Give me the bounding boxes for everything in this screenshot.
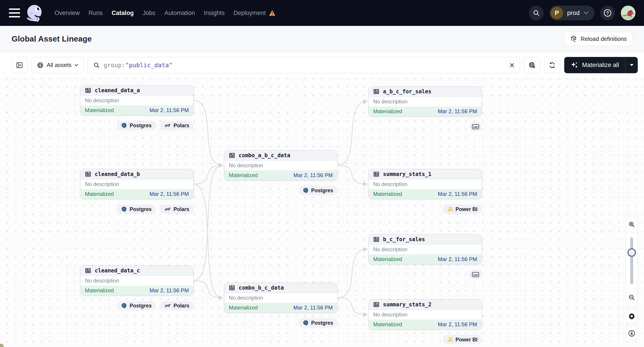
asset-node-cleaned_data_c[interactable]: cleaned_data_cNo descriptionMaterialized… [80,266,194,296]
menu-icon[interactable] [9,8,20,17]
asset-tags-combo_a_b_c_data: Postgres [224,186,338,195]
asset-node-header[interactable]: summary_stats_2 [369,300,482,310]
postgres-icon [121,303,127,309]
fit-graph-button[interactable] [524,57,540,73]
zoom-in-button[interactable] [626,216,638,233]
asset-node-header[interactable]: cleaned_data_b [80,169,193,179]
tag-label: Postgres [130,303,152,309]
asset-description: No description [224,293,337,303]
tag-postgres[interactable]: Postgres [117,301,156,310]
asset-materialization-timestamp[interactable]: Mar 2, 11:56 PM [438,108,477,115]
nav-item-overview[interactable]: Overview [54,9,80,16]
asset-tags-cleaned_data_b: PostgresPolars [80,205,194,214]
nav-item-catalog[interactable]: Catalog [112,9,134,16]
asset-status-row: MaterializedMar 2, 11:56 PM [369,320,482,329]
nav-item-deployment[interactable]: Deployment [234,9,276,16]
environment-switcher[interactable]: P prod [550,5,594,20]
tag-postgres[interactable]: Postgres [298,318,338,328]
tag-postgres[interactable]: Postgres [117,205,156,214]
top-nav: OverviewRunsCatalogJobsAutomationInsight… [0,0,644,26]
zoom-slider[interactable] [626,233,638,289]
asset-node-a_b_c_for_sales[interactable]: a_b_c_for_salesNo descriptionMaterialize… [368,86,482,117]
asset-status-row: MaterializedMar 2, 11:56 PM [80,105,193,115]
lineage-toolbar: All assets group:"public_data" [0,52,644,78]
asset-materialization-timestamp[interactable]: Mar 2, 11:56 PM [438,256,477,262]
nav-item-jobs[interactable]: Jobs [143,9,156,16]
asset-node-combo_a_b_c_data[interactable]: combo_a_b_c_dataNo descriptionMaterializ… [224,150,338,180]
asset-node-header[interactable]: a_b_c_for_sales [369,87,482,97]
asset-node-cleaned_data_a[interactable]: cleaned_data_aNo descriptionMaterialized… [80,85,194,115]
asset-node-header[interactable]: summary_stats_1 [369,169,482,179]
user-avatar[interactable] [621,5,636,20]
postgres-icon [303,320,309,326]
tag-label: Polars [174,303,189,309]
polars-icon [164,303,171,308]
dagster-logo-icon[interactable] [26,3,43,22]
nav-item-label: Deployment [234,9,266,16]
asset-node-header[interactable]: cleaned_data_c [80,266,193,276]
reload-definitions-label: Reload definitions [580,35,627,42]
asset-materialization-timestamp[interactable]: Mar 2, 11:56 PM [294,172,333,178]
zoom-slider-thumb[interactable] [628,248,636,257]
asset-node-combo_b_c_data[interactable]: combo_b_c_dataNo descriptionMaterialized… [224,283,338,313]
tag-polars[interactable]: Polars [160,301,194,310]
zoom-out-button[interactable] [626,289,638,306]
asset-node-summary_stats_2[interactable]: summary_stats_2No descriptionMaterialize… [368,300,482,330]
asset-tags-combo_b_c_data: Postgres [224,318,338,328]
graph-settings-button[interactable] [626,309,638,323]
clear-search-icon[interactable] [508,62,515,68]
search-query-prefix: group: [104,62,125,68]
lineage-search-input[interactable]: group:"public_data" [88,57,520,73]
polars-icon [164,123,171,128]
asset-node-b_c_for_sales[interactable]: b_c_for_salesNo descriptionMaterializedM… [368,234,482,264]
global-search-button[interactable] [529,5,544,20]
nav-item-insights[interactable]: Insights [204,9,224,16]
asset-status-row: MaterializedMar 2, 11:56 PM [80,189,193,199]
tag-postgres[interactable]: Postgres [117,121,156,130]
asset-node-header[interactable]: b_c_for_sales [369,235,482,245]
sparkles-icon [570,61,578,69]
page-header: Global Asset Lineage Reload definitions [0,26,644,52]
asset-node-header[interactable]: combo_b_c_data [224,283,337,293]
zoom-slider-track[interactable] [630,237,633,284]
tag-powerbi[interactable]: Power BI [443,205,482,214]
asset-materialization-timestamp[interactable]: Mar 2, 11:56 PM [438,191,477,197]
lineage-graph-canvas[interactable]: cleaned_data_aNo descriptionMaterialized… [0,78,644,347]
asset-materialization-timestamp[interactable]: Mar 2, 11:56 PM [438,321,477,328]
postgres-icon [303,188,309,194]
asset-filter-label: All assets [47,62,72,68]
materialize-all-button[interactable]: Materialize all [564,57,638,73]
tag-powerbi[interactable]: Power BI [443,335,482,344]
asset-name: summary_stats_2 [383,302,432,308]
asset-filter-dropdown[interactable]: All assets [32,57,84,73]
asset-materialization-timestamp[interactable]: Mar 2, 11:56 PM [294,305,333,311]
download-graph-button[interactable] [626,327,638,340]
refresh-button[interactable] [544,57,560,73]
panel-expand-icon [16,61,23,69]
asset-name: combo_a_b_c_data [239,152,290,159]
lineage-edge-combo_b_c_data-to-summary_stats_2 [338,298,367,315]
asset-node-header[interactable]: combo_a_b_c_data [224,150,337,161]
open-asset-panel-button[interactable] [12,57,28,73]
asset-node-header[interactable]: cleaned_data_a [80,85,193,96]
materialize-all-label: Materialize all [582,62,619,68]
table-icon [85,171,92,178]
asset-description: No description [80,96,193,105]
tag-postgres[interactable]: Postgres [298,186,338,195]
tag-csv[interactable]: csv [469,122,482,131]
nav-item-runs[interactable]: Runs [89,9,103,16]
nav-item-automation[interactable]: Automation [164,9,195,16]
asset-materialization-timestamp[interactable]: Mar 2, 11:56 PM [150,107,189,113]
asset-node-summary_stats_1[interactable]: summary_stats_1No descriptionMaterialize… [368,169,482,199]
svg-text:csv: csv [473,273,478,276]
asset-materialization-timestamp[interactable]: Mar 2, 11:56 PM [150,287,189,294]
help-button[interactable]: ? [600,5,615,20]
table-icon [228,285,235,291]
asset-materialization-timestamp[interactable]: Mar 2, 11:56 PM [150,191,189,197]
tag-csv[interactable]: csv [469,270,482,279]
asset-node-cleaned_data_b[interactable]: cleaned_data_bNo descriptionMaterialized… [80,169,194,199]
tag-polars[interactable]: Polars [160,205,194,214]
tag-polars[interactable]: Polars [160,121,194,130]
reload-definitions-button[interactable]: Reload definitions [564,32,633,46]
materialize-options-button[interactable] [625,57,638,73]
